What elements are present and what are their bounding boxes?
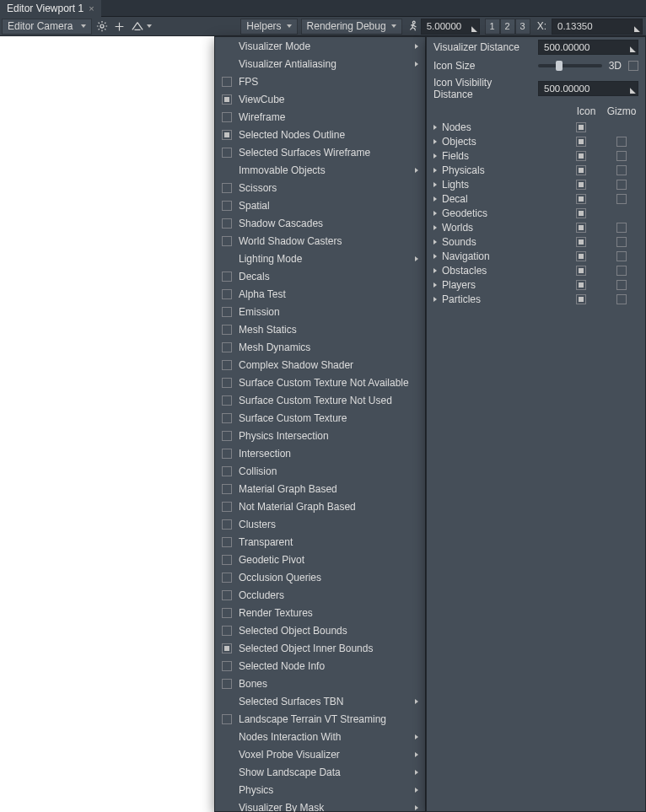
helpers-dropdown[interactable]: Helpers — [240, 19, 297, 35]
checkbox[interactable] — [222, 714, 232, 724]
checkbox[interactable] — [222, 378, 232, 388]
gizmo-checkbox[interactable] — [616, 194, 627, 204]
checkbox[interactable] — [222, 466, 232, 476]
gizmo-checkbox[interactable] — [616, 294, 627, 304]
menu-item[interactable]: Material Graph Based — [215, 480, 425, 497]
axis-value-input[interactable]: 0.13350 ◣ — [552, 19, 643, 35]
menu-item[interactable]: Spatial — [215, 196, 425, 214]
expand-caret-icon[interactable] — [433, 282, 437, 288]
menu-item[interactable]: Geodetic Pivot — [215, 551, 425, 568]
tree-row[interactable]: Lights — [427, 177, 645, 191]
gizmo-checkbox[interactable] — [616, 266, 627, 276]
expand-caret-icon[interactable] — [433, 254, 437, 259]
checkbox[interactable] — [222, 449, 232, 459]
expand-caret-icon[interactable] — [433, 182, 437, 187]
expand-caret-icon[interactable] — [433, 297, 437, 302]
tree-row[interactable]: Sounds — [427, 234, 645, 249]
menu-item[interactable]: Occluders — [215, 586, 425, 604]
expand-caret-icon[interactable] — [433, 239, 437, 245]
checkbox[interactable] — [222, 307, 232, 317]
menu-item[interactable]: Alpha Test — [215, 285, 425, 303]
menu-item[interactable]: Voxel Probe Visualizer — [215, 745, 425, 763]
icon-size-slider[interactable] — [538, 64, 602, 67]
gizmo-checkbox[interactable] — [616, 223, 627, 233]
view-3-button[interactable]: 3 — [515, 19, 530, 35]
icon-checkbox[interactable] — [576, 122, 586, 132]
menu-item[interactable]: World Shadow Casters — [215, 232, 425, 250]
checkbox[interactable] — [222, 573, 232, 583]
tree-row[interactable]: Particles — [427, 292, 645, 306]
menu-item[interactable]: Shadow Cascades — [215, 214, 425, 232]
menu-item[interactable]: Selected Nodes Outline — [215, 126, 425, 143]
menu-item[interactable]: Visualizer By Mask — [215, 799, 425, 812]
tree-row[interactable]: Players — [427, 277, 645, 292]
menu-item[interactable]: Physics Intersection — [215, 427, 425, 444]
checkbox[interactable] — [222, 289, 232, 299]
checkbox[interactable] — [222, 77, 232, 87]
checkbox[interactable] — [222, 112, 232, 122]
menu-item[interactable]: Scissors — [215, 179, 425, 196]
checkbox[interactable] — [222, 183, 232, 193]
menu-item[interactable]: Intersection — [215, 444, 425, 462]
checkbox[interactable] — [222, 342, 232, 352]
menu-item[interactable]: Selected Surfaces TBN — [215, 692, 425, 710]
checkbox[interactable] — [222, 555, 232, 565]
three-d-checkbox[interactable] — [628, 61, 638, 71]
menu-item[interactable]: Surface Custom Texture — [215, 409, 425, 427]
speed-input[interactable]: 5.00000 ◣ — [421, 19, 480, 35]
checkbox[interactable] — [222, 218, 232, 229]
tree-row[interactable]: Decal — [427, 191, 645, 206]
menu-item[interactable]: Visualizer Mode — [215, 37, 425, 55]
menu-item[interactable]: Selected Node Info — [215, 657, 425, 675]
menu-item[interactable]: Physics — [215, 781, 425, 799]
tree-row[interactable]: Worlds — [427, 220, 645, 234]
menu-item[interactable]: Complex Shadow Shader — [215, 356, 425, 374]
checkbox[interactable] — [222, 519, 232, 530]
menu-item[interactable]: Mesh Statics — [215, 320, 425, 338]
expand-caret-icon[interactable] — [433, 125, 437, 130]
icon-checkbox[interactable] — [576, 165, 586, 175]
expand-caret-icon[interactable] — [433, 211, 437, 216]
expand-caret-icon[interactable] — [433, 196, 437, 202]
menu-item[interactable]: Landscape Terrain VT Streaming — [215, 710, 425, 728]
menu-item[interactable]: Emission — [215, 303, 425, 320]
icon-checkbox[interactable] — [576, 223, 586, 233]
gizmo-checkbox[interactable] — [616, 180, 627, 190]
checkbox[interactable] — [222, 413, 232, 423]
menu-item[interactable]: Mesh Dynamics — [215, 338, 425, 356]
checkbox[interactable] — [222, 201, 232, 211]
menu-item[interactable]: Bones — [215, 675, 425, 692]
tab-editor-viewport-1[interactable]: Editor Viewport 1 × — [0, 0, 101, 17]
menu-item[interactable]: Occlusion Queries — [215, 568, 425, 586]
checkbox[interactable] — [222, 661, 232, 671]
icon-checkbox[interactable] — [576, 180, 586, 190]
expand-caret-icon[interactable] — [433, 268, 437, 273]
run-icon[interactable] — [404, 19, 421, 35]
checkbox[interactable] — [222, 502, 232, 512]
menu-item[interactable]: Collision — [215, 462, 425, 480]
menu-item[interactable]: Immovable Objects — [215, 161, 425, 179]
gizmo-checkbox[interactable] — [616, 165, 627, 175]
icon-checkbox[interactable] — [576, 251, 586, 261]
icon-checkbox[interactable] — [576, 208, 586, 218]
menu-item[interactable]: ViewCube — [215, 90, 425, 108]
plus-icon[interactable] — [110, 19, 127, 35]
menu-item[interactable]: Render Textures — [215, 604, 425, 621]
checkbox[interactable] — [222, 360, 232, 370]
checkbox[interactable] — [222, 643, 232, 653]
viewport-canvas[interactable] — [0, 36, 214, 812]
menu-item[interactable]: Visualizer Antialiasing — [215, 55, 425, 73]
tree-row[interactable]: Fields — [427, 148, 645, 163]
gizmo-checkbox[interactable] — [616, 251, 627, 261]
view-2-button[interactable]: 2 — [500, 19, 515, 35]
menu-item[interactable]: Clusters — [215, 515, 425, 533]
gear-icon[interactable] — [94, 19, 110, 35]
checkbox[interactable] — [222, 272, 232, 282]
checkbox[interactable] — [222, 395, 232, 406]
menu-item[interactable]: Not Material Graph Based — [215, 497, 425, 515]
menu-item[interactable]: Selected Surfaces Wireframe — [215, 143, 425, 161]
checkbox[interactable] — [222, 236, 232, 246]
checkbox[interactable] — [222, 484, 232, 494]
gizmo-icon[interactable] — [127, 19, 154, 35]
menu-item[interactable]: Transparent — [215, 533, 425, 551]
